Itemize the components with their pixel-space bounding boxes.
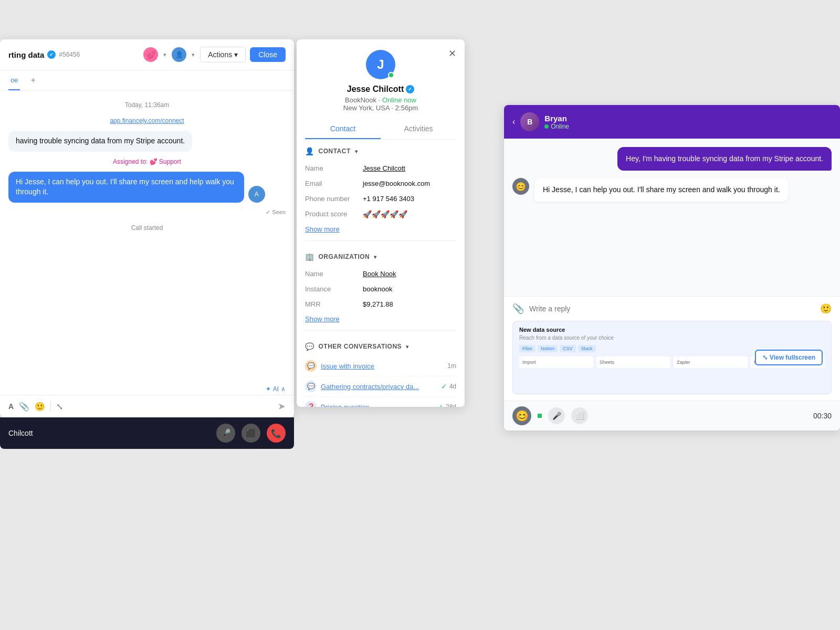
screenshot-preview: New data source Reach from a data source…: [512, 321, 832, 394]
org-name-label: Name: [305, 270, 358, 278]
contact-location: New York, USA: [343, 104, 390, 112]
conv-time-2: 4d: [449, 383, 456, 390]
preview-title: New data source: [519, 327, 825, 333]
ai-label: AI: [273, 385, 279, 393]
conversation-item-2[interactable]: 💬 Gathering contracts/privacy da... ✓ 4d: [305, 376, 456, 397]
right-mute-button[interactable]: 🎤: [548, 407, 565, 424]
contact-header: ✕ J Jesse Chilcott ✓ BookNook · Online n…: [297, 39, 465, 140]
conv-time-3: 28d: [446, 403, 456, 407]
conv-icon-2: 💬: [305, 381, 317, 392]
org-name-value[interactable]: Book Nook: [363, 270, 396, 278]
right-call-avatar: 😊: [512, 406, 531, 425]
preview-content: New data source Reach from a data source…: [513, 321, 831, 373]
fullscreen-label: View fullscreen: [770, 354, 815, 361]
chat-bubbles-icon: 💬: [305, 342, 314, 351]
actions-button[interactable]: Actions ▾: [200, 47, 246, 62]
online-status-dot: [388, 72, 394, 78]
call-bar: Chilcott 🎤 ⬛ 📞: [0, 417, 294, 449]
preview-tab-1: Files: [519, 345, 536, 352]
name-label: Name: [305, 164, 358, 172]
conv-icon-1: 💬: [305, 360, 317, 372]
field-name: Name Jesse Chilcott: [305, 161, 456, 176]
right-chat-header: ‹ B Bryan Online: [504, 105, 840, 139]
mute-button[interactable]: 🎤: [216, 424, 235, 443]
right-screen-share-button[interactable]: ⬜: [571, 407, 588, 424]
fullscreen-icon: ⤡: [762, 354, 768, 361]
right-emoji-button[interactable]: 🙂: [820, 303, 832, 314]
score-value: 🚀🚀🚀🚀🚀: [363, 210, 407, 218]
contact-body: 👤 CONTACT ▾ Name Jesse Chilcott Email je…: [297, 140, 465, 407]
conv-title-2[interactable]: Gathering contracts/privacy da...: [321, 383, 437, 391]
mrr-value: $9,271.88: [363, 300, 393, 308]
team-dropdown[interactable]: ▾: [162, 51, 167, 58]
chat-title: rting data ✓ #56456: [8, 50, 80, 59]
conversation-item-1[interactable]: 💬 Issue with invoice 1m: [305, 356, 456, 376]
contact-tabs: Contact Activities: [305, 119, 456, 140]
chat-tabs: oe +: [0, 70, 294, 91]
right-agent-mini-avatar: 😊: [512, 178, 529, 195]
conv-meta-3: ✓ 28d: [437, 403, 456, 407]
back-button[interactable]: ‹: [512, 117, 515, 127]
contact-verified-badge: ✓: [406, 85, 414, 93]
field-phone: Phone number +1 917 546 3403: [305, 191, 456, 206]
message-link[interactable]: app.financely.com/connect: [8, 117, 286, 124]
add-tab-button[interactable]: +: [28, 70, 37, 90]
right-attach-button[interactable]: 📎: [512, 303, 524, 314]
agent-avatar-button[interactable]: 👤: [172, 47, 186, 62]
ai-button[interactable]: ✦ AI ∧: [266, 385, 286, 393]
team-avatar-button[interactable]: 💕: [143, 47, 158, 62]
contact-status: Online now: [382, 96, 416, 104]
expand-button[interactable]: ⤡: [56, 402, 63, 412]
right-reply-input[interactable]: [529, 304, 815, 313]
screen-icon: ⬛: [246, 428, 256, 438]
message-seen: ✓ Seen: [8, 209, 286, 216]
name-value[interactable]: Jesse Chilcott: [363, 164, 405, 172]
field-instance: Instance booknook: [305, 281, 456, 297]
header-actions: 💕 ▾ 👤 ▾ Actions ▾ Close: [143, 47, 286, 62]
attach-button[interactable]: 📎: [19, 402, 29, 412]
right-emoji-icon: 🙂: [820, 303, 832, 314]
conv-title-1[interactable]: Issue with invoice: [321, 362, 443, 370]
emoji-icon: 🙂: [35, 402, 45, 412]
field-email: Email jesse@booknook.com: [305, 176, 456, 191]
right-agent-status: Online: [544, 123, 832, 130]
view-fullscreen-button[interactable]: ⤡ View fullscreen: [755, 350, 823, 365]
contact-name-text: Jesse Chilcott: [347, 85, 404, 94]
tab-contact[interactable]: Contact: [305, 119, 381, 139]
call-timer: 00:30: [813, 412, 832, 420]
agent-dropdown[interactable]: ▾: [191, 51, 196, 58]
text-format-button[interactable]: A: [8, 402, 14, 411]
agent-message: Hi Jesse, I can help you out. I'll share…: [8, 172, 244, 203]
status-dot: [544, 124, 549, 129]
screen-share-button[interactable]: ⬛: [242, 424, 260, 443]
preview-card-3: Zapier: [674, 356, 748, 368]
conversation-item-3[interactable]: ❓ Pricing question ✓ 28d: [305, 397, 456, 407]
person-icon: 👤: [305, 147, 314, 155]
preview-tab-2: Notion: [538, 345, 558, 352]
other-conv-section-header[interactable]: 💬 OTHER CONVERSATIONS ▾: [305, 335, 456, 356]
tab-activities[interactable]: Activities: [381, 119, 456, 139]
contact-show-more[interactable]: Show more: [305, 222, 340, 236]
close-button[interactable]: Close: [250, 47, 286, 62]
org-section-header[interactable]: 🏢 ORGANIZATION ▾: [305, 245, 456, 266]
contact-meta: BookNook · Online now New York, USA · 2:…: [343, 96, 418, 112]
contact-company: BookNook: [345, 96, 376, 104]
emoji-button[interactable]: 🙂: [35, 402, 45, 412]
instance-value: booknook: [363, 285, 392, 293]
tab-main[interactable]: oe: [8, 70, 20, 90]
section-divider-1: [305, 240, 456, 241]
right-agent-info: Bryan Online: [544, 114, 832, 130]
assigned-team: 💕 Support: [150, 158, 181, 165]
send-icon: ➤: [278, 401, 286, 412]
agent-avatar: A: [248, 186, 265, 203]
contact-close-button[interactable]: ✕: [448, 48, 456, 59]
org-show-more[interactable]: Show more: [305, 312, 340, 326]
conv-title-3[interactable]: Pricing question: [321, 403, 433, 407]
send-button[interactable]: ➤: [278, 401, 286, 412]
contact-section-header[interactable]: 👤 CONTACT ▾: [305, 140, 456, 161]
right-input-area: 📎 🙂: [504, 296, 840, 321]
end-call-button[interactable]: 📞: [267, 424, 286, 443]
right-mic-icon: 🎤: [552, 412, 561, 420]
phone-label: Phone number: [305, 195, 358, 203]
ai-toolbar: ✦ AI ∧: [0, 383, 294, 395]
